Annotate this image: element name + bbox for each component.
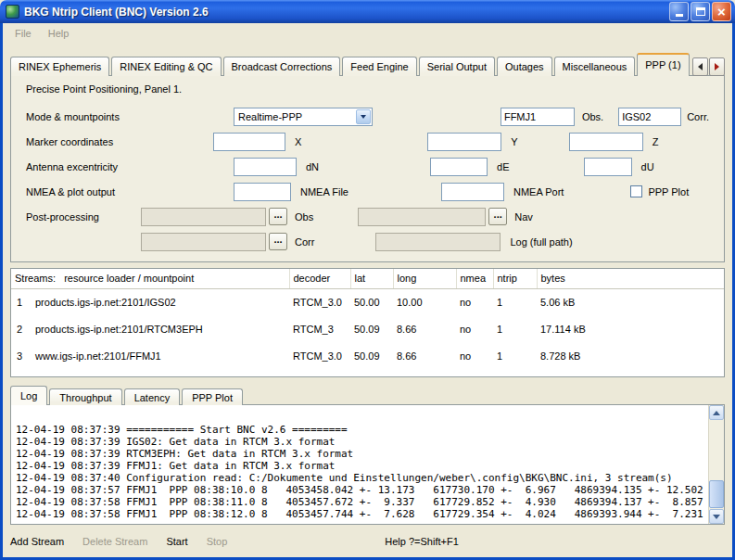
minimize-icon xyxy=(676,14,683,17)
stream-lat[interactable]: 50.09 xyxy=(350,342,393,369)
antenna-excentricity-label: Antenna excentricity xyxy=(26,161,234,172)
row-number[interactable]: 3 xyxy=(11,342,32,369)
log-line: 12-04-19 08:37:40 Configuration read: C:… xyxy=(16,472,703,484)
tab-ppp-1[interactable]: PPP (1) xyxy=(637,53,689,76)
antenna-dn-field[interactable] xyxy=(234,158,297,176)
column-header-decoder: decoder xyxy=(289,269,350,288)
stream-row-2[interactable]: 2 products.igs-ip.net:2101/RTCM3EPH RTCM… xyxy=(11,315,724,342)
combobox-dropdown-button[interactable] xyxy=(356,109,371,124)
stream-nmea[interactable]: no xyxy=(456,342,493,369)
stream-bytes[interactable]: 17.114 kB xyxy=(537,315,724,342)
stream-long[interactable]: 8.66 xyxy=(393,315,456,342)
tab-scroll-right-button[interactable] xyxy=(709,57,725,76)
stream-nmea[interactable]: no xyxy=(456,315,493,342)
du-label: dU xyxy=(641,161,654,172)
tab-throughput[interactable]: Throughput xyxy=(49,388,121,405)
menu-file[interactable]: File xyxy=(6,26,40,41)
stream-lat[interactable]: 50.09 xyxy=(350,315,393,342)
tab-rinex-editing-qc[interactable]: RINEX Editing & QC xyxy=(111,57,221,76)
stream-mountpoint[interactable]: products.igs-ip.net:2101/RTCM3EPH xyxy=(32,315,289,342)
column-header-ntrip: ntrip xyxy=(493,269,537,288)
row-number[interactable]: 1 xyxy=(11,288,32,315)
tab-outages[interactable]: Outages xyxy=(497,57,552,76)
dn-label: dN xyxy=(306,161,319,172)
z-label: Z xyxy=(653,136,659,147)
stream-mountpoint[interactable]: www.igs-ip.net:2101/FFMJ1 xyxy=(32,342,289,369)
log-scrollbar[interactable] xyxy=(708,405,724,524)
scroll-left-icon xyxy=(698,63,703,70)
corr-mountpoint-field[interactable] xyxy=(618,108,681,126)
close-button[interactable]: × xyxy=(712,2,731,21)
stream-bytes[interactable]: 8.728 kB xyxy=(537,342,724,369)
help-hint: Help ?=Shift+F1 xyxy=(385,536,459,547)
ppp-plot-checkbox[interactable] xyxy=(630,185,642,197)
marker-y-field[interactable] xyxy=(427,133,501,151)
ppp-panel: Precise Point Positioning, Panel 1. Mode… xyxy=(10,75,725,262)
tab-latency[interactable]: Latency xyxy=(124,388,181,405)
stream-bytes[interactable]: 5.06 kB xyxy=(537,288,724,315)
streams-table-container: Streams: resource loader / mountpoint de… xyxy=(10,268,725,377)
postproc-nav-path-field xyxy=(358,208,486,226)
stream-row-3[interactable]: 3 www.igs-ip.net:2101/FFMJ1 RTCM_3.0 50.… xyxy=(11,342,724,369)
tab-ppp-plot[interactable]: PPP Plot xyxy=(182,388,243,405)
stream-nmea[interactable]: no xyxy=(456,288,493,315)
x-label: X xyxy=(295,136,301,147)
nmea-port-field[interactable] xyxy=(441,183,504,201)
postproc-obs-path-field xyxy=(141,208,266,226)
stream-ntrip[interactable]: 1 xyxy=(493,342,537,369)
marker-z-field[interactable] xyxy=(569,133,643,151)
post-processing-label: Post-processing xyxy=(26,211,141,223)
column-header-bytes: bytes xyxy=(537,269,724,288)
stream-decoder[interactable]: RTCM_3 xyxy=(289,315,350,342)
row-number[interactable]: 2 xyxy=(11,315,32,342)
tab-rinex-ephemeris[interactable]: RINEX Ephemeris xyxy=(10,57,109,76)
de-label: dE xyxy=(497,161,509,172)
stream-ntrip[interactable]: 1 xyxy=(493,315,537,342)
browse-corr-button[interactable]: ... xyxy=(269,233,287,250)
log-output[interactable]: 12-04-19 08:37:39 =========== Start BNC … xyxy=(10,404,725,525)
stream-long[interactable]: 10.00 xyxy=(393,288,456,315)
log-tab-bar: Log Throughput Latency PPP Plot xyxy=(10,387,725,405)
menu-help[interactable]: Help xyxy=(40,26,78,41)
browse-obs-button[interactable]: ... xyxy=(269,208,287,225)
ppp-plot-label: PPP Plot xyxy=(648,186,689,197)
menu-bar: File Help xyxy=(3,23,732,44)
y-label: Y xyxy=(511,136,517,147)
tab-feed-engine[interactable]: Feed Engine xyxy=(342,57,416,76)
marker-x-field[interactable] xyxy=(213,133,285,151)
stream-decoder[interactable]: RTCM_3.0 xyxy=(289,342,350,369)
mode-combobox[interactable]: Realtime-PPP xyxy=(234,108,373,126)
scroll-up-button[interactable] xyxy=(709,405,724,420)
tab-miscellaneous[interactable]: Miscellaneous xyxy=(554,57,636,76)
browse-nav-button[interactable]: ... xyxy=(488,208,507,225)
antenna-de-field[interactable] xyxy=(430,158,488,176)
minimize-button[interactable] xyxy=(669,2,689,21)
stream-long[interactable]: 8.66 xyxy=(393,342,456,369)
marker-row: Marker coordinates X Y Z xyxy=(26,129,709,154)
stream-mountpoint[interactable]: products.igs-ip.net:2101/IGS02 xyxy=(32,288,289,315)
title-bar[interactable]: BKG Ntrip Client (BNC) Version 2.6 × xyxy=(0,0,735,23)
log-line: 12-04-19 08:37:39 IGS02: Get data in RTC… xyxy=(16,436,703,448)
postproc-row-1: Post-processing ... Obs ... Nav xyxy=(26,204,709,229)
start-button[interactable]: Start xyxy=(166,536,187,547)
tab-serial-output[interactable]: Serial Output xyxy=(419,57,495,76)
scrollbar-thumb[interactable] xyxy=(709,480,724,508)
add-stream-button[interactable]: Add Stream xyxy=(10,536,64,547)
postproc-log-path-field xyxy=(375,233,501,251)
antenna-du-field[interactable] xyxy=(584,158,632,176)
column-header-mountpoint: Streams: resource loader / mountpoint xyxy=(11,269,289,288)
tab-broadcast-corrections[interactable]: Broadcast Corrections xyxy=(223,57,341,76)
stream-row-1[interactable]: 1 products.igs-ip.net:2101/IGS02 RTCM_3.… xyxy=(11,288,724,315)
nmea-file-field[interactable] xyxy=(234,183,291,201)
stream-lat[interactable]: 50.00 xyxy=(350,288,393,315)
nmea-port-label: NMEA Port xyxy=(513,186,564,197)
obs-mountpoint-field[interactable] xyxy=(501,108,575,126)
scroll-down-button[interactable] xyxy=(709,509,724,524)
stream-decoder[interactable]: RTCM_3.0 xyxy=(289,288,350,315)
tab-scroll-left-button[interactable] xyxy=(692,57,708,76)
nav-file-label: Nav xyxy=(514,211,533,223)
maximize-button[interactable] xyxy=(691,2,710,21)
log-line: 12-04-19 08:37:39 FFMJ1: Get data in RTC… xyxy=(16,460,703,472)
stream-ntrip[interactable]: 1 xyxy=(493,288,537,315)
tab-log[interactable]: Log xyxy=(10,386,47,405)
